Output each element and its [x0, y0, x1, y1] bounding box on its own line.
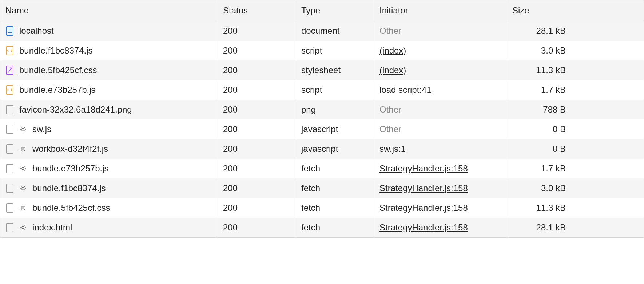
request-name: index.html: [32, 222, 72, 233]
cell-name[interactable]: localhost: [0, 21, 218, 41]
cell-name[interactable]: bundle.e73b257b.js: [0, 80, 218, 100]
cell-initiator: Other: [374, 119, 507, 139]
column-header-status[interactable]: Status: [218, 0, 296, 21]
cell-type: script: [296, 80, 374, 100]
cell-type: javascript: [296, 119, 374, 139]
cell-initiator[interactable]: StrategyHandler.js:158: [374, 178, 507, 198]
gear-icon: [19, 224, 27, 231]
cell-name[interactable]: bundle.f1bc8374.js: [0, 178, 218, 198]
cell-status: 200: [218, 60, 296, 80]
request-name: sw.js: [32, 124, 51, 134]
table-row[interactable]: workbox-d32f4f2f.js200javascriptsw.js:10…: [0, 139, 644, 159]
request-name: bundle.5fb425cf.css: [19, 65, 97, 75]
cell-size: 28.1 kB: [507, 218, 571, 237]
cell-initiator[interactable]: load script:41: [374, 80, 507, 100]
cell-size: 28.1 kB: [507, 21, 571, 41]
table-row[interactable]: bundle.f1bc8374.js200script(index)3.0 kB: [0, 41, 644, 60]
table-row[interactable]: bundle.5fb425cf.css200stylesheet(index)1…: [0, 60, 644, 80]
gear-icon: [19, 165, 27, 172]
cell-initiator[interactable]: (index): [374, 60, 507, 80]
request-name: bundle.e73b257b.js: [32, 163, 109, 174]
request-name: localhost: [19, 26, 54, 36]
script-file-icon: [5, 85, 14, 95]
cell-initiator[interactable]: (index): [374, 41, 507, 60]
cell-status: 200: [218, 21, 296, 41]
request-name: bundle.5fb425cf.css: [32, 203, 110, 213]
cell-type: fetch: [296, 218, 374, 237]
cell-size: 3.0 kB: [507, 41, 571, 60]
cell-type: javascript: [296, 139, 374, 159]
column-header-size[interactable]: Size: [507, 0, 571, 21]
generic-file-icon: [5, 203, 14, 213]
cell-name[interactable]: bundle.5fb425cf.css: [0, 60, 218, 80]
cell-status: 200: [218, 178, 296, 198]
cell-initiator: Other: [374, 21, 507, 41]
cell-type: fetch: [296, 178, 374, 198]
cell-name[interactable]: index.html: [0, 218, 218, 237]
table-row[interactable]: bundle.5fb425cf.css200fetchStrategyHandl…: [0, 198, 644, 218]
initiator-link[interactable]: load script:41: [379, 85, 432, 95]
generic-file-icon: [5, 222, 14, 233]
gear-icon: [19, 126, 27, 133]
generic-file-icon: [5, 124, 14, 134]
table-row[interactable]: bundle.e73b257b.js200scriptload script:4…: [0, 80, 644, 100]
cell-name[interactable]: workbox-d32f4f2f.js: [0, 139, 218, 159]
column-header-initiator[interactable]: Initiator: [374, 0, 507, 21]
initiator-link[interactable]: StrategyHandler.js:158: [379, 183, 468, 193]
cell-type: fetch: [296, 159, 374, 178]
gear-icon: [19, 204, 27, 212]
initiator-text: Other: [379, 104, 401, 115]
cell-status: 200: [218, 139, 296, 159]
cell-size: 788 B: [507, 100, 571, 119]
table-header-row: Name Status Type Initiator Size: [0, 0, 644, 21]
gear-icon: [19, 145, 27, 153]
cell-initiator[interactable]: StrategyHandler.js:158: [374, 198, 507, 218]
table-row[interactable]: bundle.f1bc8374.js200fetchStrategyHandle…: [0, 178, 644, 198]
initiator-link[interactable]: sw.js:1: [379, 144, 406, 154]
cell-size: 3.0 kB: [507, 178, 571, 198]
table-row[interactable]: sw.js200javascriptOther0 B: [0, 119, 644, 139]
cell-status: 200: [218, 119, 296, 139]
cell-initiator[interactable]: sw.js:1: [374, 139, 507, 159]
document-file-icon: [5, 26, 14, 36]
stylesheet-file-icon: [5, 65, 14, 75]
generic-file-icon: [5, 144, 14, 154]
cell-size: 1.7 kB: [507, 80, 571, 100]
initiator-link[interactable]: (index): [379, 46, 406, 56]
cell-initiator[interactable]: StrategyHandler.js:158: [374, 218, 507, 237]
cell-size: 11.3 kB: [507, 198, 571, 218]
cell-name[interactable]: sw.js: [0, 119, 218, 139]
cell-name[interactable]: favicon-32x32.6a18d241.png: [0, 100, 218, 119]
cell-type: document: [296, 21, 374, 41]
cell-initiator: Other: [374, 100, 507, 119]
table-row[interactable]: index.html200fetchStrategyHandler.js:158…: [0, 218, 644, 237]
table-row[interactable]: bundle.e73b257b.js200fetchStrategyHandle…: [0, 159, 644, 178]
table-row[interactable]: favicon-32x32.6a18d241.png200pngOther788…: [0, 100, 644, 119]
cell-initiator[interactable]: StrategyHandler.js:158: [374, 159, 507, 178]
cell-size: 11.3 kB: [507, 60, 571, 80]
initiator-link[interactable]: StrategyHandler.js:158: [379, 203, 468, 213]
cell-status: 200: [218, 41, 296, 60]
cell-status: 200: [218, 198, 296, 218]
cell-name[interactable]: bundle.f1bc8374.js: [0, 41, 218, 60]
cell-size: 0 B: [507, 139, 571, 159]
initiator-text: Other: [379, 124, 401, 134]
cell-name[interactable]: bundle.e73b257b.js: [0, 159, 218, 178]
cell-size: 1.7 kB: [507, 159, 571, 178]
gear-icon: [19, 185, 27, 192]
request-name: workbox-d32f4f2f.js: [32, 144, 108, 154]
initiator-link[interactable]: (index): [379, 65, 406, 75]
table-row[interactable]: localhost200documentOther28.1 kB: [0, 21, 644, 41]
request-name: bundle.f1bc8374.js: [19, 46, 93, 56]
initiator-link[interactable]: StrategyHandler.js:158: [379, 163, 468, 174]
column-header-name[interactable]: Name: [0, 0, 218, 21]
request-name: bundle.f1bc8374.js: [32, 183, 106, 193]
column-header-type[interactable]: Type: [296, 0, 374, 21]
initiator-link[interactable]: StrategyHandler.js:158: [379, 222, 468, 233]
request-name: favicon-32x32.6a18d241.png: [19, 104, 132, 115]
cell-name[interactable]: bundle.5fb425cf.css: [0, 198, 218, 218]
cell-status: 200: [218, 159, 296, 178]
table-body: localhost200documentOther28.1 kBbundle.f…: [0, 21, 644, 237]
generic-file-icon: [5, 104, 14, 115]
cell-status: 200: [218, 80, 296, 100]
